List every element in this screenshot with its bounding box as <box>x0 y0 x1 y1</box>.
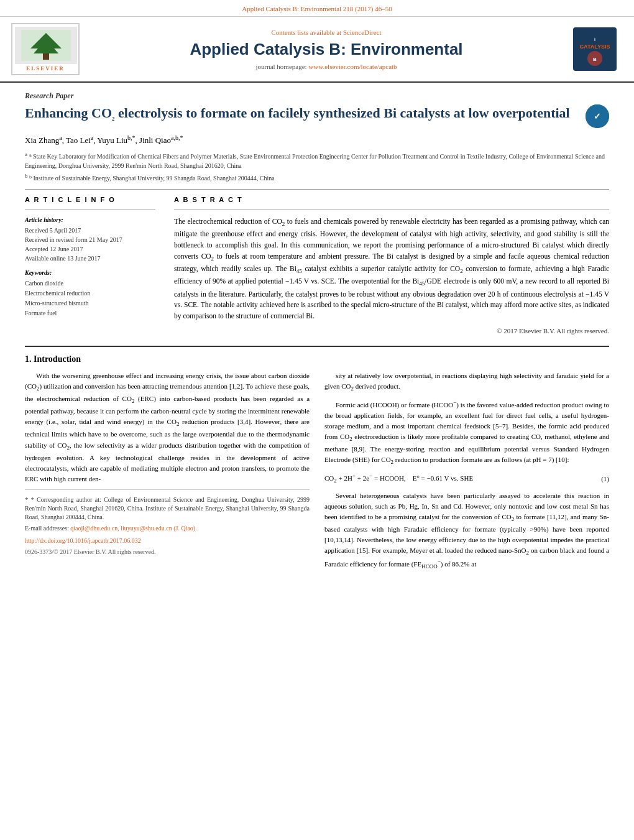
elsevier-logo: ELSEVIER <box>11 23 80 75</box>
abstract-col: A B S T R A C T The electrochemical redu… <box>174 196 609 335</box>
received-date: Received 5 April 2017 <box>25 226 155 235</box>
available-date: Available online 13 June 2017 <box>25 254 155 263</box>
citation-text: Applied Catalysis B: Environmental 218 (… <box>242 5 392 12</box>
introduction-section: 1. Introduction With the worsening green… <box>25 346 609 576</box>
intro-right-para1: sity at relatively low overpotential, in… <box>324 371 609 394</box>
abstract-text: The electrochemical reduction of CO2 to … <box>174 216 609 322</box>
history-label: Article history: <box>25 216 155 223</box>
svg-text:B: B <box>593 57 597 62</box>
affiliation-a: a ᵃ State Key Laboratory for Modificatio… <box>25 150 609 170</box>
introduction-title: 1. Introduction <box>25 354 609 364</box>
keyword-3: Micro-structured bismuth <box>25 298 155 308</box>
homepage-url[interactable]: www.elsevier.com/locate/apcatb <box>308 63 397 70</box>
footnotes: * * Corresponding author at: College of … <box>25 489 310 556</box>
introduction-body: With the worsening greenhouse effect and… <box>25 371 609 576</box>
intro-right-col: sity at relatively low overpotential, in… <box>324 371 609 576</box>
intro-right-para2: Formic acid (HCOOH) or formate (HCOO−) i… <box>324 399 609 467</box>
doi-line: http://dx.doi.org/10.1016/j.apcatb.2017.… <box>25 537 310 545</box>
sciencedirect-link[interactable]: ScienceDirect <box>343 29 382 36</box>
equation-1: CO2 + 2H+ + 2e− = HCOOH, E° = −0.61 V vs… <box>324 472 609 486</box>
abstract-header: A B S T R A C T <box>174 196 609 203</box>
elsevier-text: ELSEVIER <box>15 65 76 72</box>
svg-text:i: i <box>594 37 595 42</box>
received-revised-date: Received in revised form 21 May 2017 <box>25 235 155 244</box>
contents-available: Contents lists available at ScienceDirec… <box>92 29 561 36</box>
footnote-corresponding: * * Corresponding author at: College of … <box>25 495 310 522</box>
svg-text:✓: ✓ <box>594 111 601 121</box>
keyword-4: Formate fuel <box>25 308 155 318</box>
issn-line: 0926-3373/© 2017 Elsevier B.V. All right… <box>25 548 310 556</box>
article-title-text: Enhancing CO2 electrolysis to formate on… <box>25 104 586 123</box>
page: Applied Catalysis B: Environmental 218 (… <box>0 0 634 589</box>
footnote-email: E-mail addresses: qiaojl@dhu.edu.cn, liu… <box>25 524 310 533</box>
article-info-header: A R T I C L E I N F O <box>25 196 155 203</box>
citation-bar: Applied Catalysis B: Environmental 218 (… <box>0 0 634 17</box>
title-span: Enhancing CO2 electrolysis to formate on… <box>25 105 570 121</box>
journal-title: Applied Catalysis B: Environmental <box>92 40 561 59</box>
article-title-container: Enhancing CO2 electrolysis to formate on… <box>25 104 609 128</box>
svg-rect-3 <box>43 53 49 60</box>
journal-logo: i CATALYSIS B <box>573 27 623 71</box>
affiliations: a ᵃ State Key Laboratory for Modificatio… <box>25 150 609 183</box>
svg-text:CATALYSIS: CATALYSIS <box>580 44 610 50</box>
divider-info <box>25 210 155 210</box>
article-info-col: A R T I C L E I N F O Article history: R… <box>25 196 155 335</box>
article-content: Research Paper Enhancing CO2 electrolysi… <box>0 83 634 589</box>
intro-right-para3: Several heterogeneous catalysts have bee… <box>324 491 609 571</box>
divider-1 <box>25 189 609 190</box>
intro-left-para1: With the worsening greenhouse effect and… <box>25 371 310 484</box>
journal-logo-image: i CATALYSIS B <box>573 27 617 71</box>
equation-text: CO2 + 2H+ + 2e− = HCOOH, E° = −0.61 V vs… <box>324 472 590 486</box>
elsevier-logo-image <box>15 27 77 64</box>
copyright-line: © 2017 Elsevier B.V. All rights reserved… <box>174 327 609 335</box>
keyword-1: Carbon dioxide <box>25 279 155 288</box>
divider-abstract <box>174 210 609 210</box>
affiliation-b: b ᵇ Institute of Sustainable Energy, Sha… <box>25 172 609 183</box>
journal-center: Contents lists available at ScienceDirec… <box>92 29 561 70</box>
intro-left-col: With the worsening greenhouse effect and… <box>25 371 310 576</box>
email-addresses[interactable]: qiaojl@dhu.edu.cn, liuyuyu@shu.edu.cn (J… <box>70 525 196 532</box>
journal-header: ELSEVIER Contents lists available at Sci… <box>0 17 634 83</box>
article-type-label: Research Paper <box>25 91 609 101</box>
keywords-label: Keywords: <box>25 269 155 276</box>
authors-line: Xia Zhanga, Tao Leia, Yuyu Liub,*, Jinli… <box>25 134 609 145</box>
accepted-date: Accepted 12 June 2017 <box>25 244 155 254</box>
equation-number: (1) <box>590 474 609 484</box>
info-abstract-section: A R T I C L E I N F O Article history: R… <box>25 196 609 335</box>
journal-homepage: journal homepage: www.elsevier.com/locat… <box>92 63 561 70</box>
crossmark-icon[interactable]: ✓ <box>586 104 609 128</box>
keyword-2: Electrochemical reduction <box>25 288 155 298</box>
